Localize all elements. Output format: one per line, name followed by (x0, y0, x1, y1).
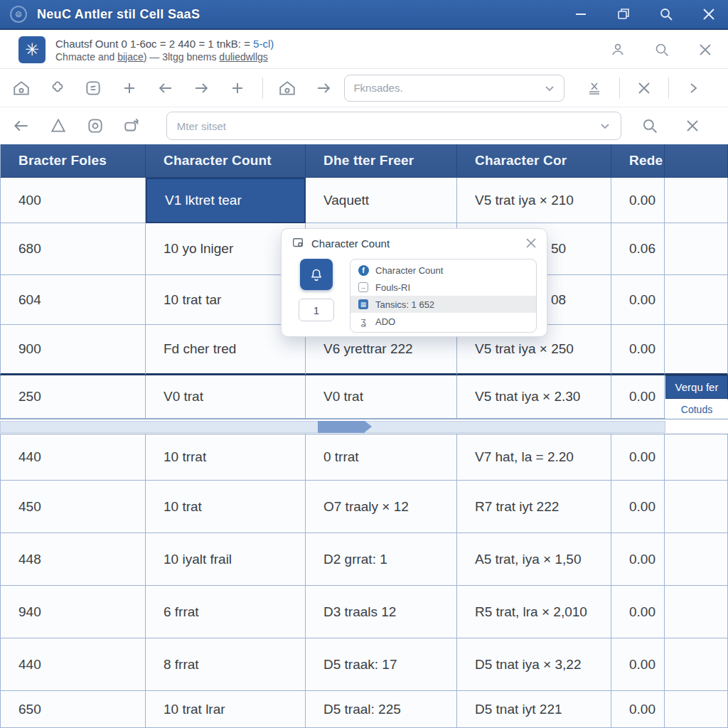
table-cell[interactable]: 440 (0, 638, 146, 691)
close-icon[interactable] (700, 5, 718, 23)
table-cell[interactable]: 900 (0, 325, 146, 375)
clover-add-icon[interactable] (46, 76, 69, 100)
table-cell[interactable]: 0.06 (611, 223, 665, 275)
table-cell[interactable]: D3 traals 12 (306, 586, 457, 638)
table-cell[interactable]: 0.00 (611, 375, 665, 419)
table-cell[interactable]: Vaquett (306, 178, 457, 223)
rotate-icon[interactable] (121, 114, 144, 138)
table-cell[interactable] (665, 223, 728, 275)
forward-arrow-icon[interactable] (191, 76, 213, 100)
column-header[interactable]: Character Cor (457, 144, 611, 178)
add-icon-2[interactable] (226, 76, 249, 100)
table-cell[interactable] (665, 533, 728, 586)
table-cell[interactable]: 10 trrat (146, 434, 306, 481)
count-spinner[interactable]: 1 (299, 299, 334, 321)
table-cell[interactable]: 650 (0, 691, 146, 728)
add-icon[interactable] (118, 76, 141, 100)
table-cell[interactable]: 0.00 (611, 586, 665, 638)
dialog-close-icon[interactable] (525, 237, 537, 249)
dialog-list-item[interactable]: ʓADO (350, 313, 536, 330)
table-cell[interactable] (665, 638, 728, 691)
table-cell[interactable]: 8 frrat (146, 638, 306, 691)
table-cell[interactable]: 0.00 (611, 325, 665, 375)
table-cell[interactable]: 940 (0, 586, 146, 638)
table-cell[interactable]: 400 (0, 178, 146, 223)
table-cell[interactable]: 440 (0, 434, 146, 481)
table-cell[interactable]: A5 trat, iya × 1,50 (457, 533, 611, 586)
table-cell[interactable]: 250 (0, 375, 146, 419)
back-arrow-icon[interactable] (154, 76, 177, 100)
subtitle-link-2[interactable]: duliedwllgs (219, 51, 267, 63)
table-cell[interactable]: 680 (0, 223, 146, 275)
table-cell[interactable]: 604 (0, 275, 146, 325)
table-cell[interactable]: R5 trat, lra × 2,010 (457, 586, 611, 638)
table-cell[interactable]: O7 traaly × 12 (306, 481, 457, 533)
table-cell[interactable]: V0 trat (306, 375, 457, 419)
table-cell[interactable]: 0.00 (611, 691, 665, 728)
dialog-list-item[interactable]: fCharacter Count (350, 262, 536, 279)
table-cell[interactable]: V7 hat, la = 2.20 (457, 434, 611, 481)
formats-dropdown[interactable]: Fknsades. (344, 75, 564, 102)
user-account-icon[interactable] (610, 42, 626, 58)
camera-box-icon[interactable] (84, 114, 107, 138)
table-cell[interactable] (665, 481, 728, 533)
table-cell[interactable]: 0.00 (611, 178, 665, 223)
close-header-icon[interactable] (698, 43, 712, 57)
side-panel-link[interactable]: Cotuds (665, 400, 728, 419)
search-icon[interactable] (654, 42, 670, 58)
chevron-down-icon[interactable] (599, 120, 611, 132)
go-arrow-icon[interactable] (312, 76, 335, 100)
table-cell[interactable]: 10 trat lrar (146, 691, 306, 728)
table-cell[interactable] (665, 178, 728, 223)
divide-box-icon[interactable] (82, 76, 105, 100)
table-cell[interactable]: V1 lktret tear (146, 178, 306, 223)
restore-window-button[interactable] (614, 5, 633, 23)
column-header[interactable]: Rede (611, 144, 665, 178)
table-cell[interactable] (665, 325, 728, 375)
table-cell[interactable] (665, 691, 728, 728)
sort-icon[interactable] (583, 76, 606, 100)
table-cell[interactable]: 0.00 (611, 533, 665, 586)
table-cell[interactable]: 6 frrat (146, 586, 306, 638)
dialog-list-item[interactable]: –Fouls-RI (350, 279, 536, 296)
table-cell[interactable]: D5 tnat iyt 221 (457, 691, 611, 728)
back-icon[interactable] (10, 114, 33, 138)
table-cell[interactable]: 450 (0, 481, 146, 533)
table-cell[interactable]: V5 trat iya × 210 (457, 178, 611, 223)
table-cell[interactable]: 0 trrat (306, 434, 457, 481)
chevron-right-icon[interactable] (682, 76, 705, 100)
table-cell[interactable] (665, 275, 728, 325)
column-header[interactable]: Bracter Foles (0, 144, 146, 178)
column-header[interactable]: Dhe tter Freer (306, 144, 457, 178)
table-cell[interactable] (665, 586, 728, 638)
table-cell[interactable]: 0.00 (611, 481, 665, 533)
table-cell[interactable]: 10 trat (146, 481, 306, 533)
table-cell[interactable]: R7 trat iyt 222 (457, 481, 611, 533)
table-cell[interactable]: 0.00 (611, 638, 665, 691)
clear-icon[interactable] (633, 76, 655, 100)
home-icon-2[interactable] (276, 76, 299, 100)
subtitle-link[interactable]: bijace) (117, 51, 146, 63)
table-cell[interactable]: V5 tnat iya × 2.30 (457, 375, 611, 419)
table-cell[interactable]: V0 trat (146, 375, 306, 419)
home-icon[interactable] (10, 76, 33, 100)
scrollbar-thumb[interactable] (318, 421, 365, 433)
table-cell[interactable] (665, 434, 728, 481)
notify-bell-button[interactable] (300, 259, 333, 290)
search-icon[interactable] (657, 5, 675, 23)
table-cell[interactable]: 10 iyalt frail (146, 533, 306, 586)
table-cell[interactable]: D5 tnat iya × 3,22 (457, 638, 611, 691)
dialog-list-item[interactable]: ▦Tansics: 1 652 (350, 296, 536, 313)
close-filter-icon[interactable] (681, 114, 704, 138)
table-cell[interactable]: D2 grrat: 1 (306, 533, 457, 586)
table-cell[interactable]: D5 traal: 225 (306, 691, 457, 728)
side-panel-badge[interactable]: Verqu fer (665, 375, 728, 399)
table-cell[interactable]: 0.00 (611, 434, 665, 481)
table-cell[interactable]: 0.00 (611, 275, 665, 325)
minimize-button[interactable] (572, 5, 590, 23)
table-cell[interactable]: D5 traak: 17 (306, 638, 457, 691)
triangle-icon[interactable] (47, 114, 70, 138)
table-cell[interactable]: 448 (0, 533, 146, 586)
search-icon[interactable] (638, 114, 661, 138)
column-header[interactable] (665, 144, 728, 178)
